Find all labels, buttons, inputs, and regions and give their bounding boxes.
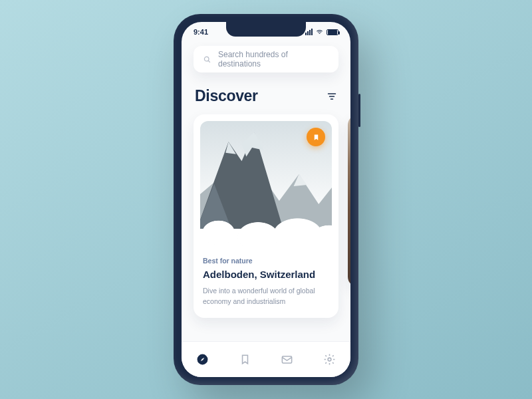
screen: 9:41 Search hundreds of destinations Dis…: [182, 22, 350, 377]
tab-settings[interactable]: [322, 352, 336, 367]
svg-marker-10: [225, 142, 236, 154]
card-image: [200, 121, 332, 247]
filter-icon: [327, 91, 337, 102]
status-time: 9:41: [194, 28, 208, 36]
card-description: Dive into a wonderful world of global ec…: [203, 285, 329, 307]
content-area: Search hundreds of destinations Discover: [182, 42, 350, 341]
bookmark-button[interactable]: [307, 128, 325, 146]
header-row: Discover: [195, 87, 337, 105]
bookmark-icon: [313, 133, 320, 142]
notch: [226, 22, 306, 37]
tab-saved[interactable]: [237, 352, 252, 367]
mail-icon: [281, 353, 293, 366]
search-placeholder: Search hundreds of destinations: [218, 50, 329, 68]
page-title: Discover: [195, 87, 258, 105]
bookmark-tab-icon: [239, 353, 251, 366]
tab-bar: [182, 341, 350, 377]
tab-inbox[interactable]: [280, 352, 295, 367]
battery-icon: [327, 29, 338, 35]
next-card-peek[interactable]: [348, 114, 350, 287]
compass-icon: [196, 353, 209, 366]
svg-point-0: [204, 57, 209, 61]
side-button: [358, 94, 360, 127]
svg-rect-14: [283, 356, 292, 363]
wifi-icon: [315, 29, 324, 36]
signal-icon: [305, 29, 313, 35]
destination-card[interactable]: Best for nature Adelboden, Switzerland D…: [194, 114, 338, 318]
svg-line-1: [208, 61, 210, 63]
tab-explore[interactable]: [196, 352, 210, 367]
cards-carousel[interactable]: Best for nature Adelboden, Switzerland D…: [194, 114, 338, 318]
card-title: Adelboden, Switzerland: [203, 269, 329, 280]
search-icon: [203, 55, 211, 64]
gear-icon: [323, 353, 336, 366]
phone-frame: 9:41 Search hundreds of destinations Dis…: [174, 14, 358, 385]
svg-point-15: [328, 358, 331, 361]
filter-button[interactable]: [327, 91, 337, 102]
search-input[interactable]: Search hundreds of destinations: [194, 46, 338, 72]
card-tag: Best for nature: [203, 257, 329, 265]
